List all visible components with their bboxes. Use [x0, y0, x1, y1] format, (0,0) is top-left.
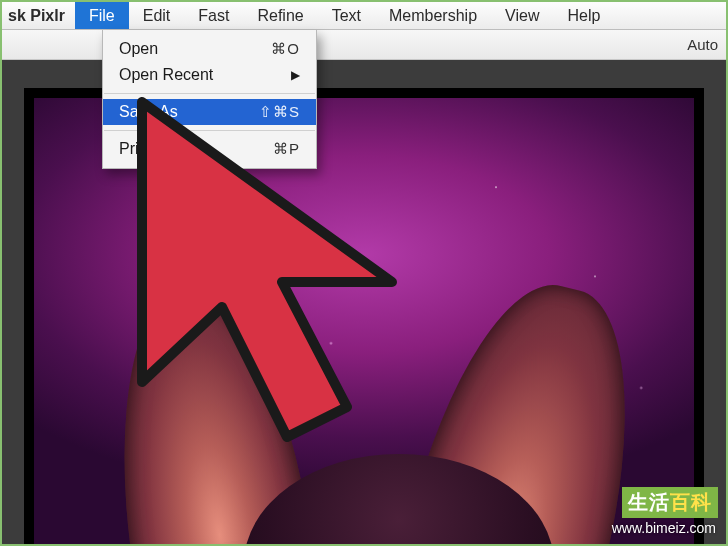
menuitem-print-label: Print — [119, 140, 152, 158]
app-window: sk Pixlr File Edit Fast Refine Text Memb… — [2, 2, 726, 544]
watermark-text-main: 生活 — [628, 491, 670, 513]
menu-view[interactable]: View — [491, 2, 553, 29]
watermark-url: www.bimeiz.com — [612, 520, 716, 536]
menuitem-open-recent[interactable]: Open Recent ▶ — [103, 62, 316, 88]
watermark-text-accent: 百科 — [670, 491, 712, 513]
menuitem-print-shortcut: ⌘P — [273, 140, 300, 158]
menu-text[interactable]: Text — [318, 2, 375, 29]
menuitem-print[interactable]: Print ⌘P — [103, 136, 316, 162]
menu-fast[interactable]: Fast — [184, 2, 243, 29]
menubar: sk Pixlr File Edit Fast Refine Text Memb… — [2, 2, 726, 30]
menuitem-open-shortcut: ⌘O — [271, 40, 300, 58]
menu-refine[interactable]: Refine — [243, 2, 317, 29]
menuitem-open[interactable]: Open ⌘O — [103, 36, 316, 62]
menuitem-save-as-shortcut: ⇧⌘S — [259, 103, 300, 121]
watermark-badge: 生活百科 — [622, 487, 718, 518]
menu-separator — [104, 130, 315, 131]
menuitem-save-as[interactable]: Save As ⇧⌘S — [103, 99, 316, 125]
menuitem-open-recent-label: Open Recent — [119, 66, 213, 84]
app-name: sk Pixlr — [2, 7, 75, 25]
menu-membership[interactable]: Membership — [375, 2, 491, 29]
menu-help[interactable]: Help — [553, 2, 614, 29]
submenu-arrow-icon: ▶ — [291, 68, 300, 82]
menu-edit[interactable]: Edit — [129, 2, 185, 29]
menuitem-save-as-label: Save As — [119, 103, 178, 121]
menu-separator — [104, 93, 315, 94]
toolbar-right-text: Auto — [687, 36, 718, 53]
file-dropdown: Open ⌘O Open Recent ▶ Save As ⇧⌘S Print … — [102, 30, 317, 169]
menuitem-open-label: Open — [119, 40, 158, 58]
menu-file[interactable]: File — [75, 2, 129, 29]
